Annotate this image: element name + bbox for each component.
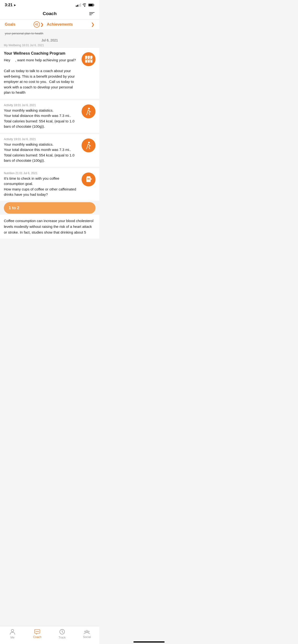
svg-rect-9 — [87, 176, 90, 177]
message-card-1: Your Wellness Coaching Program Hey , wan… — [0, 48, 99, 99]
msg2-icon — [82, 104, 95, 118]
battery-icon — [88, 3, 95, 7]
filter-button[interactable] — [89, 12, 95, 15]
chevron-right-icon: ❯ — [40, 22, 43, 27]
msg1-title: Your Wellness Coaching Program — [4, 51, 79, 56]
message-card-3: Activity 19:01 Jul 6, 2021 Your monthly … — [0, 134, 99, 167]
msg1-icon — [82, 52, 95, 66]
svg-rect-1 — [94, 4, 94, 6]
svg-rect-11 — [87, 178, 90, 178]
msg3-icon — [82, 138, 95, 152]
msg3-meta: Activity 19:01 Jul 6, 2021 — [4, 138, 79, 141]
header: Coach — [0, 8, 99, 20]
message-card-2: Activity 18:01 Jul 6, 2021 Your monthly … — [0, 100, 99, 133]
main-content: your personal plan to health Jul 6, 2021… — [0, 30, 99, 260]
svg-point-6 — [88, 108, 90, 109]
status-bar: 3:21 ➤ — [0, 0, 99, 8]
msg4-body: It's time to check in with you coffee co… — [4, 176, 79, 198]
status-time: 3:21 — [5, 3, 13, 7]
page-title: Coach — [43, 11, 57, 16]
msg4-icon — [82, 172, 95, 186]
wifi-icon — [83, 3, 87, 7]
partial-top-text: your personal plan to health — [0, 30, 99, 36]
info-card: Coffee consumption can increase your blo… — [0, 215, 99, 238]
badge-count: 41 — [34, 21, 40, 28]
message-card-4: Nutrition 21:01 Jul 6, 2021 It's time to… — [0, 168, 99, 201]
signal-bars — [76, 3, 81, 7]
svg-point-7 — [88, 142, 90, 143]
msg2-meta: Activity 18:01 Jul 6, 2021 — [4, 104, 79, 107]
date-separator: Jul 6, 2021 — [0, 36, 99, 44]
svg-rect-2 — [89, 4, 93, 6]
nav-tabs: Goals 41 ❯ Achievements ❯ — [0, 20, 99, 30]
svg-rect-10 — [91, 178, 92, 180]
msg4-meta: Nutrition 21:01 Jul 6, 2021 — [4, 172, 79, 175]
status-icons — [76, 3, 95, 7]
response-button[interactable]: 1 to 2 — [4, 202, 95, 214]
svg-rect-12 — [87, 179, 90, 180]
goals-tab[interactable]: Goals — [5, 22, 15, 26]
partial-meta: My Wellbeing 16:01 Jul 6, 2021 — [0, 44, 99, 48]
location-icon: ➤ — [14, 3, 16, 7]
msg3-body: Your monthly walking statistics.Your tot… — [4, 142, 79, 164]
achievements-chevron-icon: ❯ — [91, 22, 95, 27]
msg2-body: Your monthly walking statistics.Your tot… — [4, 108, 79, 130]
msg1-body: Hey , want more help achieving your goal… — [4, 58, 79, 95]
achievements-tab[interactable]: 41 ❯ Achievements — [34, 21, 73, 28]
